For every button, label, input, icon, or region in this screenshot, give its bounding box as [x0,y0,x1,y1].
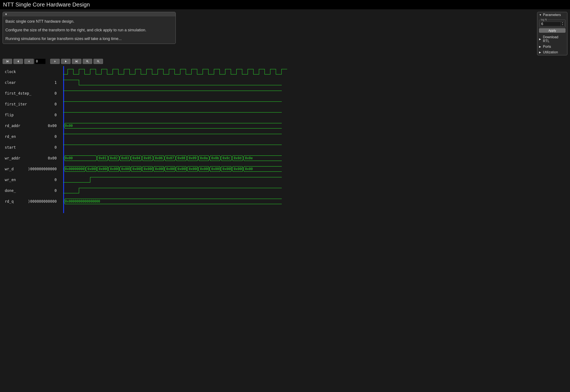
signal-row[interactable]: start0 [5,145,57,150]
signal-value: 0x00 [48,124,57,128]
signal-name: wr_en [5,178,16,182]
logn-step-down[interactable]: ▼ [561,24,564,26]
description-line-1: Basic single core NTT hardware design. [5,19,173,24]
chevron-right-icon: ▶ [539,38,542,41]
signal-name: wr_addr [5,156,20,160]
signal-row[interactable]: wr_en0 [5,177,57,182]
cycle-input[interactable] [35,59,45,64]
description-body: Basic single core NTT hardware design. C… [3,16,176,44]
description-panel: ▼ Basic single core NTT hardware design.… [3,12,176,44]
download-rtl-header[interactable]: ▶ Download RTL [537,34,567,44]
step-fwd-big-button[interactable] [61,59,71,64]
ports-label: Ports [543,45,551,49]
wave-toolbar [0,58,570,66]
go-end-button[interactable] [72,59,81,64]
desc3-pre: Running simulations for large transform … [5,37,84,41]
signal-name: rd_en [5,134,16,139]
zoom-in-button[interactable] [83,59,92,64]
signal-row[interactable]: first_iter0 [5,102,57,107]
signal-value: 0x00 [48,156,57,160]
signal-row[interactable]: rd_addr0x00 [5,123,57,128]
zoom-out-button[interactable] [93,59,103,64]
svg-line-5 [99,62,100,63]
signal-name: flip [5,113,14,117]
signal-value: 0 [55,102,57,106]
step-fwd-button[interactable] [50,59,60,64]
download-rtl-label: Download RTL [543,35,566,43]
parameters-label: Parameters [543,13,561,17]
waveform-canvas[interactable]: 0x000x000x010x020x030x040x050x060x070x08… [63,66,567,213]
logn-stepper[interactable]: ▲ ▼ [540,22,564,26]
side-panel: ▼ Parameters log N ▲ ▼ Apply ▶ Download … [537,12,567,55]
signal-name: rd_q [5,199,14,204]
signal-row[interactable]: clear1 [5,80,57,85]
signal-row[interactable]: clock [5,69,57,74]
signal-value: 0 [55,113,57,117]
signal-name: first_iter [5,102,27,106]
utilization-label: Utilization [543,50,558,54]
desc3-em: will [84,37,90,41]
signal-value: )000000000000 [28,199,57,204]
signal-names-column: clockclear1first_4step_0first_iter0flip0… [3,66,59,213]
signal-name: first_4step_ [5,91,31,96]
page-title: NTT Single Core Hardware Design [0,0,570,9]
signal-value: 0 [55,145,57,150]
description-toggle[interactable]: ▼ [3,12,176,16]
chevron-right-icon: ▶ [539,51,542,54]
parameters-header[interactable]: ▼ Parameters [537,12,567,18]
go-start-button[interactable] [3,59,12,64]
signal-row[interactable]: done_0 [5,188,57,193]
description-line-2: Configure the size of the transform to t… [5,27,173,33]
signal-row[interactable]: wr_addr0x00 [5,155,57,161]
signal-name: rd_addr [5,124,20,128]
top-area: ▼ Basic single core NTT hardware design.… [0,9,570,58]
signal-name: start [5,145,16,150]
chevron-down-icon: ▼ [539,14,542,16]
logn-fieldset: log N ▲ ▼ [539,18,566,28]
step-back-big-button[interactable] [14,59,23,64]
signal-row[interactable]: wr_d)000000000000 [5,166,57,172]
signal-name: wr_d [5,167,14,171]
waveform-area: clockclear1first_4step_0first_iter0flip0… [3,66,567,213]
signal-value: 0 [55,188,57,193]
logn-label: log N [540,18,547,21]
step-back-button[interactable] [24,59,34,64]
signal-value: 1 [55,80,57,85]
signal-value: 0 [55,134,57,139]
signal-row[interactable]: rd_q)000000000000 [5,199,57,204]
signal-name: clock [5,70,16,74]
logn-input[interactable] [540,22,561,26]
ports-header[interactable]: ▶ Ports [537,44,567,49]
signal-name: clear [5,80,16,85]
signal-value: 0 [55,178,57,182]
signal-name: done_ [5,188,16,193]
chevron-right-icon: ▶ [539,45,542,48]
description-line-3: Running simulations for large transform … [5,36,173,42]
signal-row[interactable]: flip0 [5,112,57,118]
utilization-header[interactable]: ▶ Utilization [537,49,567,55]
desc3-post: take a long time... [90,37,122,41]
signal-value: )000000000000 [28,167,57,171]
svg-line-1 [88,62,89,63]
signal-row[interactable]: rd_en0 [5,134,57,139]
parameters-content: log N ▲ ▼ Apply [537,18,567,34]
signal-row[interactable]: first_4step_0 [5,91,57,96]
apply-button[interactable]: Apply [539,28,566,33]
signal-value: 0 [55,91,57,96]
